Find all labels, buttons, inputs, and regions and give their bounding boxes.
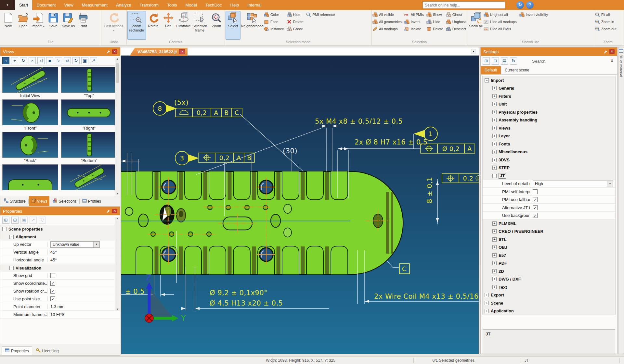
settings-tree-row-fonts[interactable]: +Fonts	[483, 140, 615, 148]
settings-tree-row-layer[interactable]: +Layer	[483, 132, 615, 140]
dimension-text[interactable]: Ø 4,5 H13 x20 ± 0,5	[210, 299, 283, 307]
settings-tree-row-application[interactable]: +Application	[483, 307, 615, 315]
help-icon[interactable]: ?	[526, 1, 534, 9]
settings-tree-row-general[interactable]: +General	[483, 84, 615, 93]
all-markups-button[interactable]: All markups	[372, 25, 402, 32]
dimension-text[interactable]: Ø 9,2 ± 0,1x90°	[210, 289, 267, 297]
collapse-icon[interactable]: −	[9, 235, 14, 239]
show-grid-checkbox[interactable]	[50, 273, 55, 278]
expand-all-icon[interactable]: ⊞	[483, 57, 490, 65]
cycle-icon[interactable]: ↻	[72, 57, 80, 64]
copy-icon[interactable]: ▣	[81, 57, 88, 64]
previous-icon[interactable]: ◁	[37, 57, 45, 64]
settings-tree-row-creo-proengineer[interactable]: +CREO / ProENGINEER	[483, 228, 615, 236]
expand-icon[interactable]: +	[485, 309, 489, 313]
pmi-use-fallback-imp--checkbox[interactable]: ✓	[533, 197, 538, 202]
settings-tab-default[interactable]: Default	[481, 66, 501, 74]
dimension-text[interactable]: (30)	[283, 147, 297, 155]
dimension-text[interactable]: 8 ± 0,1	[426, 177, 434, 203]
expand-icon[interactable]: +	[492, 142, 497, 146]
zoom-in-button[interactable]: Zoom in	[595, 18, 616, 25]
print-button[interactable]: Print	[76, 11, 91, 40]
bottom-tab-licensing[interactable]: Licensing	[33, 346, 62, 355]
bottom-tab-properties[interactable]: Properties	[2, 346, 32, 355]
save-button[interactable]: Save	[46, 11, 61, 40]
last-actions-button[interactable]: Last actions ▼	[102, 11, 125, 40]
collapse-all-icon[interactable]: ⊟	[11, 217, 19, 224]
zoom-button[interactable]: Zoom	[209, 11, 224, 40]
filter-icon[interactable]: ▽	[39, 217, 46, 224]
fit-all-button[interactable]: Fit all	[595, 11, 616, 18]
part-geometry[interactable]	[121, 171, 403, 274]
expand-icon[interactable]: +	[492, 221, 497, 226]
settings-tree-row-scene[interactable]: +Scene	[483, 299, 615, 307]
swap-icon[interactable]: ⇄	[64, 57, 71, 64]
save-as-button[interactable]: Save as	[61, 11, 76, 40]
unghost-button[interactable]: Unghost	[446, 18, 466, 25]
update-view-icon[interactable]: ↻	[20, 57, 27, 64]
ghost-button[interactable]: Ghost	[287, 25, 304, 32]
settings-tree-row-obj[interactable]: +OBJ	[483, 244, 615, 252]
settings-search-clear[interactable]: X	[609, 58, 615, 64]
settings-tree-row-plmxml[interactable]: +PLMXML	[483, 220, 615, 228]
settings-tree-row-use-background-color[interactable]: Use background color✓	[483, 212, 615, 220]
delete-button[interactable]: Delete	[287, 18, 304, 25]
bill-of-material-strip[interactable]: Bill of material	[618, 47, 624, 354]
ribbon-tab-tools[interactable]: Tools	[163, 0, 181, 10]
pin-icon[interactable]	[106, 50, 110, 54]
settings-tree-row-dwg-dxf[interactable]: +DWG / DXF	[483, 275, 615, 283]
use-background-color-checkbox[interactable]: ✓	[533, 213, 538, 218]
expand-all-icon[interactable]: ⊞	[2, 217, 9, 224]
ribbon-tab-internal[interactable]: Internal	[243, 0, 266, 10]
export-icon[interactable]: ↗	[30, 217, 37, 224]
ribbon-tab-help[interactable]: Help	[226, 0, 243, 10]
tab-selections[interactable]: Selections	[50, 196, 79, 206]
export-icon[interactable]: ↗	[90, 57, 97, 64]
pmi-reference-button[interactable]: 1PMI reference	[306, 11, 335, 18]
settings-tree-row-3dvs[interactable]: +3DVS	[483, 156, 615, 164]
settings-tree-row-physical-properties[interactable]: +Physical properties	[483, 108, 615, 116]
dimension-text[interactable]: ± 0,5	[125, 288, 145, 295]
view-thumbnail-front[interactable]: "Front"	[2, 99, 58, 131]
settings-tree-row-step[interactable]: +STEP	[483, 164, 615, 172]
expand-icon[interactable]: +	[492, 126, 497, 130]
delete-view-icon[interactable]: ×	[29, 57, 36, 64]
app-menu-button[interactable]: ▼	[0, 0, 15, 10]
view-thumbnail-right[interactable]: "Right"	[61, 99, 117, 131]
close-icon[interactable]: ✕	[112, 49, 117, 54]
stop-icon[interactable]: ■	[46, 57, 53, 64]
expand-icon[interactable]: +	[492, 166, 497, 170]
show-all-button[interactable]: Show all	[468, 11, 484, 40]
ribbon-tab-model[interactable]: Model	[181, 0, 201, 10]
cad-viewport[interactable]: 0,2ABC0,2ABØ 0,2A0,2 ⓁA831C(5x)5x M4 x8 …	[121, 56, 478, 354]
hide-button[interactable]: Hide	[426, 18, 443, 25]
pin-icon[interactable]	[106, 209, 110, 213]
expand-icon[interactable]: +	[492, 285, 497, 289]
settings-tree-row-pmi-use-fallback-imp-[interactable]: PMI use fallback imp...✓	[483, 196, 615, 204]
turntable-button[interactable]: Turntable	[176, 11, 191, 40]
ribbon-tab-view[interactable]: View	[60, 0, 78, 10]
level-of-detail-of-tes--select[interactable]: High▼	[533, 181, 613, 187]
instance-button[interactable]: Instance	[264, 25, 284, 32]
expand-icon[interactable]: +	[492, 110, 497, 114]
ribbon-tab-analyze[interactable]: Analyze	[112, 0, 135, 10]
document-close-icon[interactable]: ✕	[179, 49, 185, 54]
settings-tab-current-scene[interactable]: Current scene	[501, 66, 533, 74]
color-button[interactable]: Color	[264, 11, 284, 18]
tab-structure[interactable]: Structure	[2, 196, 28, 206]
view-thumbnail[interactable]	[2, 164, 58, 196]
add-view-icon[interactable]: +	[11, 57, 18, 64]
reset-settings-icon[interactable]: ↻	[510, 57, 517, 65]
properties-scrollbar[interactable]: ▲▼	[115, 217, 120, 311]
settings-tree-row-alternative-jt-import-[interactable]: Alternative JT import...✓	[483, 204, 615, 212]
neighborhood-button[interactable]: Neighborhood	[240, 11, 264, 40]
hide-button[interactable]: Hide	[287, 11, 304, 18]
expand-icon[interactable]: +	[492, 86, 497, 90]
settings-tree-row-pmi-self-interpretation[interactable]: PMI self-interpretation	[483, 188, 615, 196]
settings-tree-row-level-of-detail-of-tes-[interactable]: Level of detail of tes...High▼	[483, 180, 615, 188]
settings-tree-row-import[interactable]: −Import	[483, 76, 615, 84]
tab-profiles[interactable]: Profiles	[80, 196, 103, 206]
ribbon-tab-start[interactable]: Start	[15, 0, 32, 10]
new-button[interactable]: New	[1, 11, 16, 40]
expand-icon[interactable]: +	[492, 94, 497, 98]
